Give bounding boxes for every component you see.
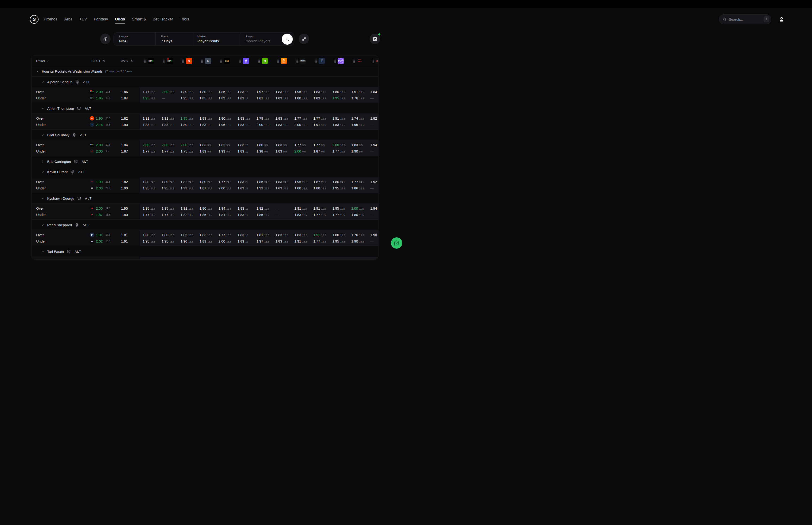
odds-cell[interactable]: 1.779.5: [313, 142, 325, 148]
odds-cell[interactable]: 1.839.5: [275, 148, 287, 154]
odds-cell[interactable]: 1.9211.5: [257, 205, 269, 211]
book-column-betvictor[interactable]: BV: [196, 56, 217, 66]
filter-settings-button[interactable]: [100, 34, 111, 44]
odds-cell[interactable]: 1.8725.5: [313, 179, 326, 185]
odds-cell[interactable]: 1.8013.5: [181, 258, 193, 260]
odds-cell[interactable]: —: [275, 211, 279, 218]
odds-cell[interactable]: 1.8325: [238, 179, 248, 185]
odds-cell[interactable]: 1.8315.5: [294, 232, 307, 238]
best-odds-cell[interactable]: M2.0011.5: [90, 205, 110, 211]
odds-cell[interactable]: 1.8115.5: [257, 232, 269, 238]
odds-cell[interactable]: 1.8316: [238, 238, 248, 244]
odds-cell[interactable]: 1.9518.5: [143, 95, 155, 101]
odds-cell[interactable]: 1.7416.5: [351, 115, 364, 121]
nav-item-fantasy[interactable]: Fantasy: [94, 17, 108, 21]
odds-cell[interactable]: 1.8511.5: [257, 211, 269, 218]
odds-cell[interactable]: 1.9518.5: [333, 95, 345, 101]
odds-cell[interactable]: 1.8019.5: [294, 95, 307, 101]
odds-cell[interactable]: 1.8111.5: [218, 211, 231, 218]
odds-cell[interactable]: 1.779.5: [294, 142, 306, 148]
odds-cell[interactable]: 1.9324.5: [181, 185, 193, 191]
odds-cell[interactable]: 1.8025.5: [313, 185, 326, 191]
odds-cell[interactable]: 1.8013.5: [294, 258, 307, 260]
odds-cell[interactable]: 1.8015.5: [143, 232, 155, 238]
odds-cell[interactable]: 1.9515.5: [333, 238, 345, 244]
column-settings-button[interactable]: [370, 34, 380, 44]
odds-cell[interactable]: 1.9516.5: [218, 121, 231, 128]
odds-cell[interactable]: 1.7715.5: [218, 232, 231, 238]
odds-cell[interactable]: 1.7711.5: [333, 211, 345, 218]
odds-cell[interactable]: 1.8513.5: [199, 258, 212, 260]
drag-handle-icon[interactable]: [258, 59, 260, 63]
odds-cell[interactable]: 1.8324.5: [275, 179, 288, 185]
best-odds-cell[interactable]: N2.0614.5: [90, 258, 110, 260]
game-group-header[interactable]: Houston Rockets Vs Washington Wizards (T…: [31, 66, 378, 77]
book-column-draftkings[interactable]: D: [252, 56, 274, 66]
book-column-betmgm[interactable]: BM: [215, 56, 236, 66]
odds-cell[interactable]: 1.8311: [238, 205, 248, 211]
odds-cell[interactable]: 1.8319.5: [275, 95, 288, 101]
odds-cell[interactable]: 1.9116.5: [313, 121, 326, 128]
drag-handle-icon[interactable]: [277, 59, 279, 63]
player-row-header[interactable]: Bub CarringtonALT: [31, 156, 378, 167]
odds-cell[interactable]: 1.8316.5: [238, 115, 250, 121]
odds-cell[interactable]: 1.8316.5: [143, 121, 155, 128]
odds-cell[interactable]: 1.909.5: [351, 148, 363, 154]
odds-cell[interactable]: 2.0015.5: [218, 238, 231, 244]
drag-handle-icon[interactable]: [201, 59, 203, 63]
odds-cell[interactable]: 2.0014.5: [218, 258, 231, 260]
odds-cell[interactable]: 1.8013.5: [143, 258, 155, 260]
odds-cell[interactable]: —: [370, 95, 374, 101]
odds-cell[interactable]: 1.9524.5: [143, 185, 155, 191]
odds-cell[interactable]: 1.8319: [238, 95, 248, 101]
player-row-header[interactable]: Kyshawn GeorgeALT: [31, 193, 378, 204]
odds-cell[interactable]: 1.9516.5: [181, 115, 193, 121]
odds-cell[interactable]: 1.9116.5: [143, 115, 155, 121]
odds-cell[interactable]: 1.8313.5: [275, 258, 288, 260]
drag-handle-icon[interactable]: [239, 59, 241, 63]
odds-cell[interactable]: 1.8024.5: [199, 179, 212, 185]
odds-cell[interactable]: 1.879.5: [313, 148, 325, 154]
odds-cell[interactable]: 1.8013.5: [370, 258, 379, 260]
odds-cell[interactable]: 1.8311.5: [294, 211, 307, 218]
odds-cell[interactable]: —: [370, 121, 374, 128]
odds-cell[interactable]: 1.8316.5: [238, 121, 250, 128]
best-odds-cell[interactable]: F2.009.5: [90, 148, 109, 154]
filter-league[interactable]: LeagueNBA: [114, 32, 155, 46]
alt-lines-button[interactable]: ALT: [75, 250, 81, 253]
odds-cell[interactable]: 1.9016.5: [370, 232, 379, 238]
odds-cell[interactable]: 1.6913.5: [333, 258, 345, 260]
odds-cell[interactable]: 1.9119.5: [351, 89, 364, 95]
odds-cell[interactable]: 1.8325: [238, 185, 248, 191]
drag-handle-icon[interactable]: [353, 59, 355, 63]
odds-cell[interactable]: 1.7510.5: [181, 148, 193, 154]
alt-lines-button[interactable]: ALT: [80, 133, 87, 137]
odds-cell[interactable]: 1.8316: [238, 232, 248, 238]
nav-item-smart-[interactable]: Smart $: [132, 17, 146, 21]
book-column-hardrock[interactable]: Hard RockBET: [328, 56, 350, 66]
drag-handle-icon[interactable]: [144, 59, 146, 63]
odds-cell[interactable]: 1.9515.5: [143, 238, 155, 244]
odds-cell[interactable]: 1.8315.5: [275, 238, 288, 244]
odds-cell[interactable]: 1.8013.5: [351, 258, 364, 260]
best-odds-cell[interactable]: BET992.0019.5: [90, 89, 110, 95]
odds-cell[interactable]: 1.8310: [238, 148, 248, 154]
odds-cell[interactable]: 1.9111.5: [181, 205, 193, 211]
odds-cell[interactable]: 1.8224.5: [181, 179, 193, 185]
odds-cell[interactable]: 2.0016.5: [257, 121, 269, 128]
odds-cell[interactable]: 1.839.5: [199, 148, 211, 154]
nav-item--ev[interactable]: +EV: [79, 17, 87, 21]
player-row-header[interactable]: Tari EasonALT: [31, 246, 378, 257]
nav-item-odds[interactable]: Odds: [115, 17, 125, 21]
book-column-fanduel[interactable]: [309, 56, 331, 66]
odds-cell[interactable]: 1.8016.5: [181, 121, 193, 128]
best-odds-cell[interactable]: X2.1416.5: [90, 121, 110, 128]
odds-cell[interactable]: 1.9519.5: [294, 89, 307, 95]
odds-cell[interactable]: —: [370, 148, 374, 154]
odds-cell[interactable]: 1.8311: [238, 211, 248, 218]
filter-market[interactable]: MarketPlayer Points: [192, 32, 240, 46]
odds-cell[interactable]: 1.9116.5: [162, 115, 174, 121]
apply-search-button[interactable]: [282, 34, 293, 45]
odds-cell[interactable]: 1.8319: [238, 89, 248, 95]
book-column-fanatics[interactable]: FanaticsSPORTSBOOK: [290, 56, 311, 66]
